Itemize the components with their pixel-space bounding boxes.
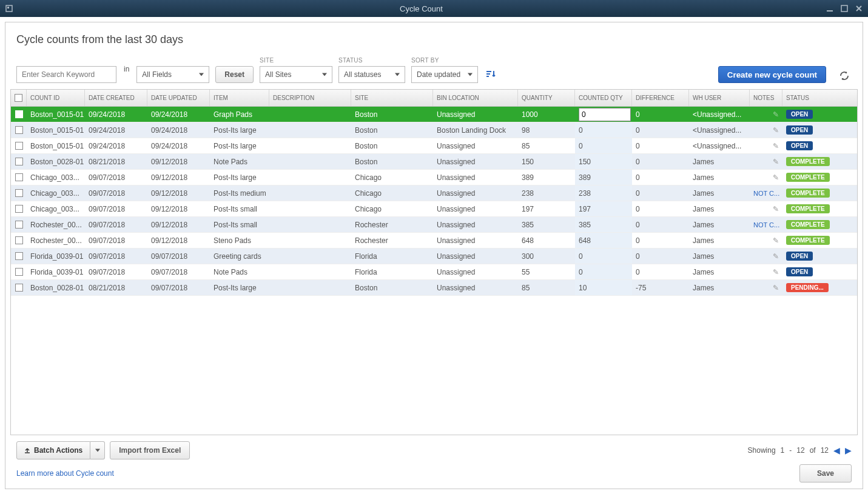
- col-item[interactable]: ITEM: [210, 90, 269, 106]
- import-excel-button[interactable]: Import from Excel: [110, 441, 190, 459]
- notes-link[interactable]: NOT C...: [753, 190, 779, 197]
- cell-user: James: [689, 201, 750, 216]
- table-row[interactable]: Boston_0015-0109/24/201809/24/2018Graph …: [11, 107, 857, 122]
- cell-item: Post-Its large: [210, 280, 269, 295]
- learn-more-link[interactable]: Learn more about Cycle count: [16, 469, 114, 478]
- row-checkbox[interactable]: [15, 126, 23, 134]
- popout-icon[interactable]: [5, 4, 13, 13]
- cell-updated: 09/07/2018: [147, 249, 210, 264]
- pencil-icon[interactable]: ✎: [773, 126, 779, 135]
- cell-notes: NOT C...: [750, 217, 782, 232]
- table-row[interactable]: Chicago_003...09/07/201809/12/2018Post-I…: [11, 170, 857, 185]
- cycle-count-table: COUNT ID DATE CREATED DATE UPDATED ITEM …: [10, 89, 858, 435]
- pencil-icon[interactable]: ✎: [773, 158, 779, 166]
- cell-updated: 09/12/2018: [147, 217, 210, 232]
- status-badge: OPEN: [786, 252, 813, 261]
- col-site[interactable]: SITE: [351, 90, 433, 106]
- table-row[interactable]: Chicago_003...09/07/201809/12/2018Post-I…: [11, 201, 857, 217]
- sort-direction-icon[interactable]: [484, 68, 497, 81]
- svg-rect-1: [7, 7, 9, 8]
- pencil-icon[interactable]: ✎: [773, 173, 779, 182]
- cell-diff: 0: [632, 138, 689, 153]
- table-row[interactable]: Florida_0039-0109/07/201809/07/2018Greet…: [11, 249, 857, 264]
- select-all-checkbox[interactable]: [15, 94, 22, 102]
- minimize-icon[interactable]: [826, 4, 834, 13]
- notes-link[interactable]: NOT C...: [753, 221, 779, 229]
- row-checkbox[interactable]: [15, 173, 23, 181]
- cell-status: OPEN: [782, 122, 838, 138]
- col-notes[interactable]: NOTES: [750, 90, 782, 106]
- pencil-icon[interactable]: ✎: [773, 236, 779, 245]
- row-checkbox[interactable]: [15, 268, 23, 276]
- site-dropdown[interactable]: All Sites: [260, 66, 332, 83]
- reset-button[interactable]: Reset: [215, 66, 254, 83]
- status-badge: COMPLETE: [786, 189, 830, 198]
- close-icon[interactable]: [855, 4, 863, 13]
- col-quantity[interactable]: QUANTITY: [518, 90, 575, 106]
- cell-status: OPEN: [782, 264, 838, 279]
- table-row[interactable]: Florida_0039-0109/07/201809/07/2018Note …: [11, 264, 857, 280]
- next-page-icon[interactable]: ▶: [845, 446, 852, 455]
- col-counted-qty[interactable]: COUNTED QTY: [575, 90, 632, 106]
- col-wh-user[interactable]: WH USER: [689, 90, 750, 106]
- sortby-dropdown[interactable]: Date updated: [411, 66, 478, 83]
- cell-counted: 0: [575, 249, 632, 264]
- pencil-icon[interactable]: ✎: [773, 268, 779, 276]
- save-button[interactable]: Save: [799, 464, 852, 482]
- create-cycle-count-button[interactable]: Create new cycle count: [718, 66, 826, 83]
- batch-actions-button[interactable]: Batch Actions: [16, 441, 90, 459]
- cell-notes: ✎: [750, 233, 782, 248]
- pencil-icon[interactable]: ✎: [773, 252, 779, 261]
- batch-actions-dropdown[interactable]: [90, 441, 105, 459]
- pencil-icon[interactable]: ✎: [773, 110, 779, 119]
- refresh-icon[interactable]: [837, 68, 852, 83]
- batch-actions-label: Batch Actions: [34, 446, 82, 455]
- fields-dropdown[interactable]: All Fields: [136, 66, 209, 83]
- col-description[interactable]: DESCRIPTION: [269, 90, 351, 106]
- status-dropdown[interactable]: All statuses: [338, 66, 405, 83]
- row-checkbox[interactable]: [15, 110, 23, 118]
- pencil-icon[interactable]: ✎: [773, 205, 779, 213]
- row-checkbox[interactable]: [15, 189, 23, 197]
- status-badge: OPEN: [786, 110, 813, 119]
- row-checkbox[interactable]: [15, 158, 23, 165]
- cell-site: Chicago: [351, 201, 433, 216]
- cell-user: James: [689, 154, 750, 169]
- row-checkbox[interactable]: [15, 205, 23, 213]
- cell-id: Boston_0015-01: [27, 122, 85, 138]
- col-date-created[interactable]: DATE CREATED: [85, 90, 147, 106]
- table-row[interactable]: Boston_0028-0108/21/201809/07/2018Post-I…: [11, 280, 857, 296]
- counted-qty-input[interactable]: [579, 108, 631, 121]
- row-checkbox[interactable]: [15, 142, 23, 150]
- pencil-icon[interactable]: ✎: [773, 284, 779, 292]
- table-row[interactable]: Boston_0028-0108/21/201809/12/2018Note P…: [11, 154, 857, 170]
- table-row[interactable]: Boston_0015-0109/24/201809/24/2018Post-I…: [11, 138, 857, 154]
- cell-bin: Unassigned: [433, 280, 518, 295]
- cell-created: 09/24/2018: [85, 107, 147, 122]
- row-checkbox[interactable]: [15, 284, 23, 292]
- cell-created: 08/21/2018: [85, 280, 147, 295]
- maximize-icon[interactable]: [840, 4, 849, 13]
- col-count-id[interactable]: COUNT ID: [27, 90, 85, 106]
- col-difference[interactable]: DIFFERENCE: [632, 90, 689, 106]
- cell-user: James: [689, 264, 750, 279]
- cell-notes: ✎: [750, 170, 782, 185]
- col-status[interactable]: STATUS: [782, 90, 838, 106]
- table-row[interactable]: Rochester_00...09/07/201809/12/2018Post-…: [11, 217, 857, 233]
- cell-created: 09/07/2018: [85, 233, 147, 248]
- cell-updated: 09/12/2018: [147, 233, 210, 248]
- cell-check: [11, 201, 27, 216]
- row-checkbox[interactable]: [15, 236, 23, 244]
- prev-page-icon[interactable]: ◀: [833, 446, 840, 455]
- col-date-updated[interactable]: DATE UPDATED: [147, 90, 210, 106]
- table-row[interactable]: Chicago_003...09/07/201809/12/2018Post-I…: [11, 185, 857, 201]
- search-input[interactable]: [16, 66, 116, 83]
- cell-status: COMPLETE: [782, 201, 838, 216]
- row-checkbox[interactable]: [15, 252, 23, 260]
- table-row[interactable]: Boston_0015-0109/24/201809/24/2018Post-I…: [11, 122, 857, 138]
- of-label: of: [810, 446, 816, 455]
- table-row[interactable]: Rochester_00...09/07/201809/12/2018Steno…: [11, 233, 857, 249]
- pencil-icon[interactable]: ✎: [773, 142, 779, 150]
- col-bin-location[interactable]: BIN LOCATION: [433, 90, 518, 106]
- row-checkbox[interactable]: [15, 221, 23, 229]
